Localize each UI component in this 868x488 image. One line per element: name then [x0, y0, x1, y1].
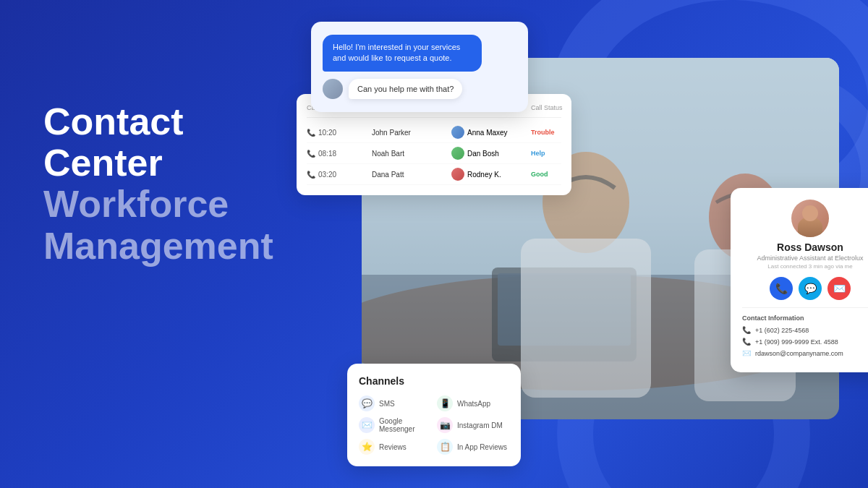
row3-duration: 📞 03:20	[307, 171, 372, 179]
work-number: +1 (909) 999-9999 Ext. 4588	[755, 338, 838, 346]
chat-avatar	[323, 79, 343, 99]
row3-customer: Dana Patt	[372, 171, 451, 179]
sms-icon: 💬	[359, 395, 375, 411]
channel-sms[interactable]: 💬 SMS	[359, 395, 431, 411]
email-row: ✉️ rdawson@companyname.com	[742, 349, 868, 357]
channel-messenger[interactable]: ✉️ Google Messenger	[359, 417, 431, 433]
channel-inapp[interactable]: 📋 In App Reviews	[437, 439, 509, 455]
row2-status: Help	[531, 150, 589, 157]
col-status: Call Status	[531, 104, 589, 111]
table-row: 📞 10:20 John Parker Anna Maxey Trouble	[307, 122, 561, 143]
work-phone-icon: 📞	[742, 338, 751, 346]
channel-reviews[interactable]: ⭐ Reviews	[359, 439, 431, 455]
chat-bottom: Can you help me with that?	[323, 79, 516, 99]
page-content: Contact Center Workforce Management Hell…	[0, 0, 868, 488]
row2-customer: Noah Bart	[372, 150, 451, 158]
channel-whatsapp[interactable]: 📱 WhatsApp	[437, 395, 509, 411]
mobile-icon: 📞	[742, 326, 751, 334]
info-header: Contact Information ▾	[742, 314, 868, 322]
svg-rect-6	[521, 239, 651, 398]
row2-duration: 📞 08:18	[307, 150, 372, 158]
inapp-icon: 📋	[437, 439, 453, 455]
video-button[interactable]: 💬	[799, 277, 822, 300]
phone-icon-1: 📞	[307, 129, 315, 137]
phone-icon-2: 📞	[307, 150, 315, 158]
title-line-1: Contact Center	[43, 101, 260, 184]
row2-agent: Dan Bosh	[451, 147, 531, 160]
contact-status: Last connected 3 min ago via me	[767, 263, 852, 270]
contact-card: Ross Dawson Administrative Assistant at …	[731, 188, 868, 372]
chat-bubble-1: Hello! I'm interested in your services a…	[323, 35, 482, 72]
info-section-label: Contact Information	[742, 314, 804, 322]
call-button[interactable]: 📞	[770, 277, 793, 300]
mobile-number: +1 (602) 225-4568	[755, 327, 809, 334]
contact-name: Ross Dawson	[777, 241, 843, 253]
channels-title: Channels	[359, 375, 509, 387]
row1-agent: Anna Maxey	[451, 126, 531, 139]
table-row: 📞 03:20 Dana Patt Rodney K. Good	[307, 164, 561, 185]
instagram-icon: 📷	[437, 417, 453, 433]
channels-grid: 💬 SMS 📱 WhatsApp ✉️ Google Messenger 📷 I…	[359, 395, 509, 455]
row1-status: Trouble	[531, 129, 589, 136]
table-row: 📞 08:18 Noah Bart Dan Bosh Help	[307, 143, 561, 164]
channel-instagram[interactable]: 📷 Instagram DM	[437, 417, 509, 433]
row3-agent: Rodney K.	[451, 168, 531, 181]
mobile-row: 📞 +1 (602) 225-4568	[742, 326, 868, 334]
chat-bubble-2: Can you help me with that?	[349, 79, 462, 99]
ui-mockups-panel: Hello! I'm interested in your services a…	[304, 0, 868, 488]
row3-status: Good	[531, 171, 589, 178]
agent-avatar-3	[451, 168, 464, 181]
row1-customer: John Parker	[372, 129, 451, 137]
contact-info-section: Contact Information ▾ 📞 +1 (602) 225-456…	[742, 307, 868, 357]
contact-actions: 📞 💬 ✉️	[742, 277, 868, 300]
row1-duration: 📞 10:20	[307, 129, 372, 137]
title-line-2: Workforce	[43, 184, 260, 225]
contact-avatar	[791, 200, 829, 237]
work-email: rdawson@companyname.com	[755, 350, 843, 357]
whatsapp-icon: 📱	[437, 395, 453, 411]
email-button[interactable]: ✉️	[827, 277, 851, 300]
chat-card: Hello! I'm interested in your services a…	[311, 22, 528, 112]
hero-title: Contact Center Workforce Management	[43, 101, 260, 267]
contact-role: Administrative Assistant at Electrolux	[757, 254, 863, 262]
hero-panel: Contact Center Workforce Management	[0, 0, 304, 488]
contact-avatar-area: Ross Dawson Administrative Assistant at …	[742, 200, 868, 270]
work-row: 📞 +1 (909) 999-9999 Ext. 4588	[742, 338, 868, 346]
agent-avatar-2	[451, 147, 464, 160]
email-icon: ✉️	[742, 349, 751, 357]
title-line-3: Management	[43, 226, 260, 267]
messenger-icon: ✉️	[359, 417, 375, 433]
agent-avatar-1	[451, 126, 464, 139]
phone-icon-3: 📞	[307, 171, 315, 179]
channels-card: Channels 💬 SMS 📱 WhatsApp ✉️ Google Mess…	[347, 364, 521, 466]
reviews-icon: ⭐	[359, 439, 375, 455]
